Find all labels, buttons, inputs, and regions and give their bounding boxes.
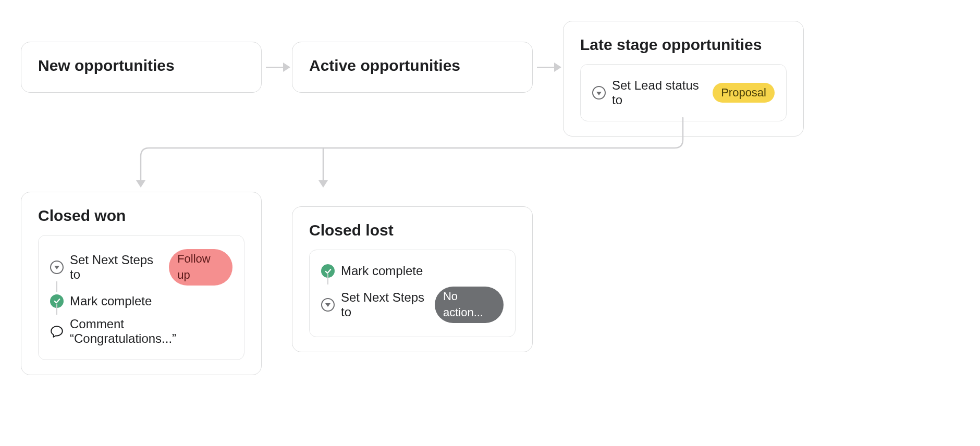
workflow-canvas: New opportunities Active opportunities L… <box>0 0 980 446</box>
rules-box: Set Lead status to Proposal <box>580 64 787 121</box>
connector-late-to-closed <box>136 118 688 201</box>
stage-card-active[interactable]: Active opportunities <box>292 42 533 93</box>
stage-title: New opportunities <box>38 57 244 75</box>
arrow-new-to-active <box>266 63 290 72</box>
stage-title: Closed lost <box>309 221 516 239</box>
stage-card-closed-lost[interactable]: Closed lost Mark complete Set Next Steps… <box>292 206 533 352</box>
rule-text: Comment “Congratulations...” <box>70 317 232 346</box>
status-pill-followup: Follow up <box>169 249 232 286</box>
stage-card-closed-won[interactable]: Closed won Set Next Steps to Follow up M… <box>21 192 262 375</box>
stage-title: Closed won <box>38 207 244 225</box>
stage-card-new[interactable]: New opportunities <box>21 42 262 93</box>
rule-text: Mark complete <box>70 294 152 308</box>
stage-title: Late stage opportunities <box>580 36 787 54</box>
rule-text: Set Next Steps to <box>70 253 163 282</box>
comment-icon <box>50 325 64 338</box>
rule-text: Set Lead status to <box>612 78 706 107</box>
rule-comment[interactable]: Comment “Congratulations...” <box>50 313 232 350</box>
rule-text: Set Next Steps to <box>341 290 428 319</box>
chevron-down-circle-icon <box>50 261 64 274</box>
rule-set-next-steps[interactable]: Set Next Steps to Follow up <box>50 245 232 290</box>
status-pill-noaction: No action... <box>435 287 504 323</box>
chevron-down-circle-icon <box>321 298 335 312</box>
stage-title: Active opportunities <box>309 57 516 75</box>
rule-set-next-steps[interactable]: Set Next Steps to No action... <box>321 282 504 327</box>
rules-box: Mark complete Set Next Steps to No actio… <box>309 250 516 337</box>
status-pill-proposal: Proposal <box>713 83 775 103</box>
arrow-active-to-late <box>537 63 561 72</box>
chevron-down-circle-icon <box>592 86 606 100</box>
rules-box: Set Next Steps to Follow up Mark complet… <box>38 235 244 360</box>
rule-text: Mark complete <box>341 264 423 278</box>
arrowhead-to-lost <box>318 180 328 188</box>
arrowhead-to-won <box>136 180 145 188</box>
rule-mark-complete[interactable]: Mark complete <box>321 259 504 282</box>
rule-set-lead-status[interactable]: Set Lead status to Proposal <box>592 74 775 112</box>
rule-mark-complete[interactable]: Mark complete <box>50 290 232 313</box>
